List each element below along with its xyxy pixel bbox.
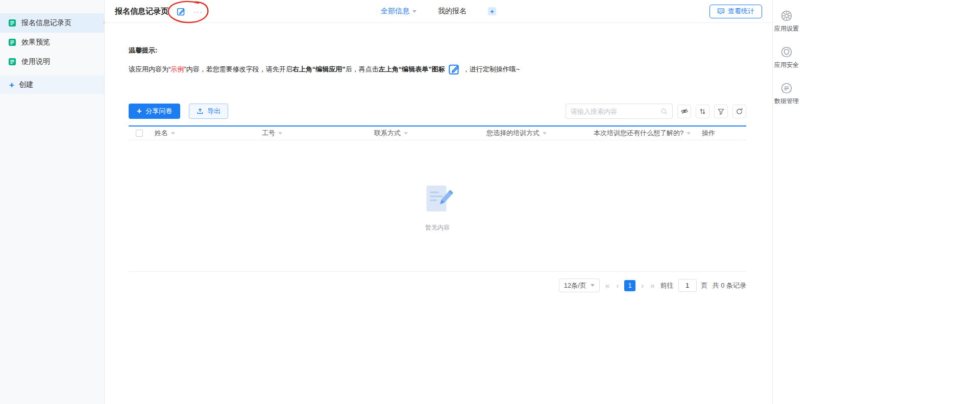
app-window: 报名信息记录页 效果预览 使用说明 + 创建 ‹ (0, 0, 800, 404)
button-label: 查看统计 (728, 7, 754, 16)
sort-caret-icon (171, 132, 175, 135)
sort-caret-icon (404, 132, 408, 135)
select-all-cell (129, 130, 149, 137)
main-area: 报名信息记录页 ··· 全部信息 我的报名 + (105, 0, 772, 404)
add-view-button[interactable]: + (488, 7, 496, 15)
table-header-row: 姓名 工号 联系方式 您选择的培训方式 (129, 127, 746, 140)
page-title: 报名信息记录页 (115, 7, 168, 16)
filter-button[interactable] (714, 105, 728, 118)
upload-icon (197, 108, 204, 115)
shield-icon (781, 46, 792, 58)
form-doc-icon (8, 38, 16, 46)
tab-label: 我的报名 (438, 7, 467, 16)
table-toolbar: + 分享问卷 导出 (129, 104, 746, 119)
create-label: 创建 (19, 80, 33, 89)
right-rail: 应用设置 应用安全 数据管理 (772, 0, 800, 404)
table-empty-state: 暂无内容 (129, 140, 746, 272)
plus-icon: + (9, 81, 14, 89)
plus-icon: + (137, 107, 141, 115)
sort-caret-icon (543, 132, 547, 135)
database-icon (781, 83, 792, 94)
data-management-button[interactable]: 数据管理 (774, 83, 799, 106)
sort-button[interactable] (696, 105, 709, 118)
share-questionnaire-button[interactable]: + 分享问卷 (129, 104, 180, 119)
eye-off-icon (680, 107, 689, 115)
column-header-training-questions[interactable]: 本次培训您还有什么想了解的? (588, 129, 696, 138)
content-area: 温馨提示: 该应用内容为“示例”内容，若您需要修改字段，请先开启右上角“编辑应用… (105, 23, 772, 292)
sidebar-create-button[interactable]: + 创建 (0, 75, 104, 94)
column-header-contact[interactable]: 联系方式 (369, 129, 481, 138)
view-statistics-button[interactable]: 查看统计 (709, 5, 762, 18)
empty-document-illustration (418, 180, 457, 219)
app-security-button[interactable]: 应用安全 (774, 46, 799, 69)
total-records-label: 共 0 条记录 (713, 281, 746, 290)
search-box (566, 104, 673, 119)
view-tabs: 全部信息 我的报名 + (381, 7, 496, 16)
sort-caret-icon (687, 132, 691, 135)
export-button[interactable]: 导出 (189, 104, 228, 119)
column-header-name[interactable]: 姓名 (149, 129, 256, 138)
more-actions-icon[interactable]: ··· (193, 7, 203, 16)
prev-page-button[interactable]: ‹ (615, 281, 620, 290)
current-page-button[interactable]: 1 (624, 280, 635, 291)
sidebar-item-label: 效果预览 (21, 38, 50, 47)
sidebar-item-label: 报名信息记录页 (21, 18, 71, 28)
gear-icon (781, 10, 792, 21)
form-doc-icon (8, 58, 16, 66)
notice-block: 温馨提示: 该应用内容为“示例”内容，若您需要修改字段，请先开启右上角“编辑应用… (129, 46, 746, 75)
notice-text: 该应用内容为“示例”内容，若您需要修改字段，请先开启右上角“编辑应用”后，再点击… (129, 63, 746, 75)
refresh-icon (736, 108, 743, 115)
records-table: 姓名 工号 联系方式 您选择的培训方式 (129, 125, 746, 272)
sample-highlight: 示例 (170, 65, 184, 74)
column-header-actions: 操作 (696, 129, 746, 138)
sort-arrows-icon (699, 108, 706, 115)
hide-columns-button[interactable] (677, 105, 691, 118)
top-bar: 报名信息记录页 ··· 全部信息 我的报名 + (105, 0, 772, 23)
page-unit-label: 页 (701, 281, 708, 290)
button-label: 导出 (207, 107, 220, 116)
select-all-checkbox[interactable] (136, 130, 143, 137)
page-size-select[interactable]: 12条/页 (559, 279, 600, 292)
filter-funnel-icon (717, 108, 725, 115)
tab-my-registration[interactable]: 我的报名 (438, 7, 467, 16)
column-header-employee-id[interactable]: 工号 (256, 129, 369, 138)
screen: 报名信息记录页 效果预览 使用说明 + 创建 ‹ (0, 0, 980, 404)
app-settings-button[interactable]: 应用设置 (774, 10, 799, 33)
search-input[interactable] (571, 108, 660, 115)
empty-text: 暂无内容 (425, 223, 450, 232)
chart-icon (717, 8, 725, 15)
column-header-training-method[interactable]: 您选择的培训方式 (481, 129, 588, 138)
chevron-down-icon (591, 284, 595, 287)
sidebar-item-preview[interactable]: 效果预览 (0, 33, 104, 52)
tab-label: 全部信息 (381, 7, 409, 16)
first-page-button[interactable]: « (604, 281, 610, 290)
red-circle-annotation (165, 0, 211, 25)
sidebar-item-instructions[interactable]: 使用说明 (0, 52, 104, 71)
refresh-button[interactable] (732, 105, 746, 118)
button-label: 分享问卷 (145, 107, 172, 116)
form-doc-icon (8, 19, 16, 27)
chevron-down-icon (412, 10, 416, 13)
next-page-button[interactable]: › (640, 281, 645, 290)
sort-caret-icon (278, 132, 282, 135)
edit-form-icon[interactable] (177, 7, 185, 16)
goto-label: 前往 (660, 281, 674, 290)
search-icon (660, 108, 668, 115)
pagination-bar: 12条/页 « ‹ 1 › » 前往 页 共 0 条记录 (129, 279, 746, 292)
last-page-button[interactable]: » (649, 281, 655, 290)
goto-page-input[interactable] (678, 279, 697, 292)
sidebar-item-label: 使用说明 (21, 57, 50, 66)
edit-form-icon (448, 63, 460, 75)
left-sidebar: 报名信息记录页 效果预览 使用说明 + 创建 (0, 0, 105, 404)
sidebar-item-record-page[interactable]: 报名信息记录页 (0, 13, 104, 33)
notice-title: 温馨提示: (129, 46, 746, 55)
tab-all-info[interactable]: 全部信息 (381, 7, 416, 16)
